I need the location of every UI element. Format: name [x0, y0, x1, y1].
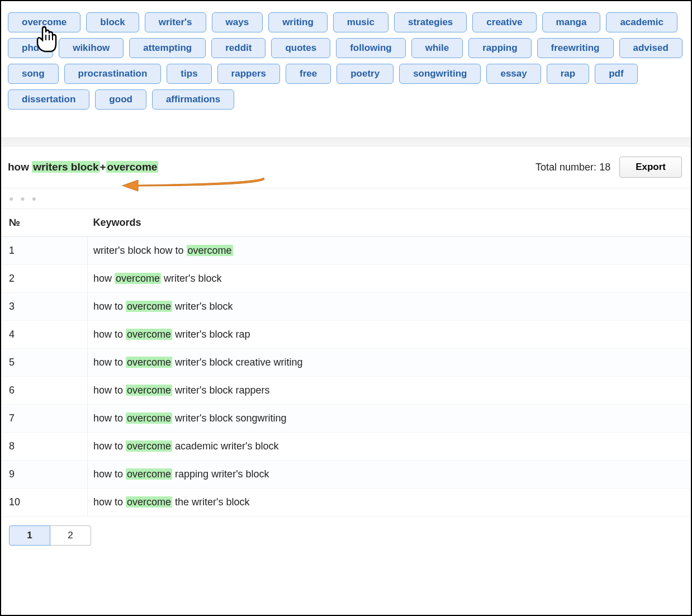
query-bar: how writers block+overcome Total number:…: [1, 146, 691, 188]
table-row[interactable]: 10how to overcome the writer's block: [1, 489, 691, 517]
tag-songwriting[interactable]: songwriting: [399, 64, 481, 84]
table-row[interactable]: 7how to overcome writer's block songwrit…: [1, 405, 691, 433]
tag-procrastination[interactable]: procrastination: [64, 64, 162, 84]
page-2[interactable]: 2: [50, 525, 91, 546]
row-number: 10: [1, 489, 88, 517]
row-number: 1: [1, 237, 88, 265]
table-row[interactable]: 3how to overcome writer's block: [1, 293, 691, 321]
page-1[interactable]: 1: [9, 525, 50, 546]
tag-free[interactable]: free: [286, 64, 331, 84]
table-row[interactable]: 4how to overcome writer's block rap: [1, 321, 691, 349]
query-text: how writers block+overcome: [8, 161, 158, 173]
row-keyword: how to overcome writer's block songwriti…: [88, 405, 691, 433]
tag-rap[interactable]: rap: [547, 64, 589, 84]
tag-writing[interactable]: writing: [268, 12, 328, 32]
table-row[interactable]: 5how to overcome writer's block creative…: [1, 349, 691, 377]
table-row[interactable]: 8how to overcome academic writer's block: [1, 433, 691, 461]
tag-creative[interactable]: creative: [472, 12, 536, 32]
row-keyword: how overcome writer's block: [88, 265, 691, 293]
tag-rappers[interactable]: rappers: [217, 64, 280, 84]
tag-poetry[interactable]: poetry: [336, 64, 394, 84]
tag-attempting[interactable]: attempting: [129, 38, 206, 58]
tag-overcome[interactable]: overcome: [8, 12, 80, 32]
tag-block[interactable]: block: [86, 12, 139, 32]
row-keyword: writer's block how to overcome: [88, 237, 691, 265]
tag-reddit[interactable]: reddit: [211, 38, 266, 58]
tag-song[interactable]: song: [8, 64, 59, 84]
tag-academic[interactable]: academic: [606, 12, 677, 32]
tag-pdf[interactable]: pdf: [595, 64, 637, 84]
tag-ways[interactable]: ways: [212, 12, 263, 32]
table-row[interactable]: 2how overcome writer's block: [1, 265, 691, 293]
row-number: 4: [1, 321, 88, 349]
query-prefix: how: [8, 161, 32, 173]
row-number: 9: [1, 461, 88, 489]
row-number: 7: [1, 405, 88, 433]
tag-wikihow[interactable]: wikihow: [59, 38, 124, 58]
keywords-table: № Keywords 1writer's block how to overco…: [1, 209, 691, 517]
row-number: 5: [1, 349, 88, 377]
tag-writers[interactable]: writer's: [145, 12, 206, 32]
tag-music[interactable]: music: [333, 12, 388, 32]
col-number[interactable]: №: [1, 209, 88, 237]
query-hl-2: overcome: [106, 161, 159, 173]
col-keywords[interactable]: Keywords: [88, 209, 691, 237]
row-keyword: how to overcome rapping writer's block: [88, 461, 691, 489]
tag-manga[interactable]: manga: [542, 12, 601, 32]
row-keyword: how to overcome writer's block rappers: [88, 377, 691, 405]
table-row[interactable]: 9how to overcome rapping writer's block: [1, 461, 691, 489]
pagination: 12: [1, 517, 691, 555]
row-keyword: how to overcome the writer's block: [88, 489, 691, 517]
tag-advised[interactable]: advised: [619, 38, 682, 58]
tag-affirmations[interactable]: affirmations: [152, 89, 234, 110]
loading-dots: ● ● ●: [1, 188, 691, 209]
tag-phd[interactable]: phd: [8, 38, 53, 58]
tag-freewriting[interactable]: freewriting: [537, 38, 614, 58]
query-hl-1: writers block: [32, 161, 99, 173]
total-label: Total number: 18: [535, 162, 610, 173]
table-row[interactable]: 6how to overcome writer's block rappers: [1, 377, 691, 405]
tag-essay[interactable]: essay: [486, 64, 541, 84]
row-keyword: how to overcome academic writer's block: [88, 433, 691, 461]
row-number: 2: [1, 265, 88, 293]
row-number: 3: [1, 293, 88, 321]
tag-good[interactable]: good: [95, 89, 146, 110]
panel-divider: [1, 138, 691, 146]
query-plus: +: [100, 161, 106, 173]
tag-quotes[interactable]: quotes: [271, 38, 330, 58]
tag-strategies[interactable]: strategies: [394, 12, 467, 32]
row-number: 8: [1, 433, 88, 461]
export-button[interactable]: Export: [619, 157, 682, 178]
row-keyword: how to overcome writer's block: [88, 293, 691, 321]
tag-rapping[interactable]: rapping: [468, 38, 531, 58]
table-row[interactable]: 1writer's block how to overcome: [1, 237, 691, 265]
tag-dissertation[interactable]: dissertation: [8, 89, 89, 110]
tag-following[interactable]: following: [336, 38, 406, 58]
row-keyword: how to overcome writer's block rap: [88, 321, 691, 349]
tag-tips[interactable]: tips: [167, 64, 211, 84]
row-number: 6: [1, 377, 88, 405]
tag-cloud: overcomeblockwriter'swayswritingmusicstr…: [1, 1, 691, 138]
tag-while[interactable]: while: [411, 38, 463, 58]
row-keyword: how to overcome writer's block creative …: [88, 349, 691, 377]
